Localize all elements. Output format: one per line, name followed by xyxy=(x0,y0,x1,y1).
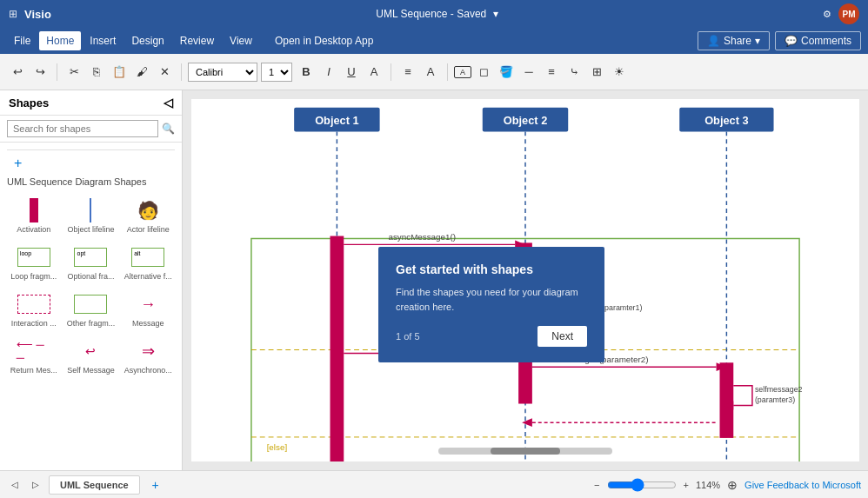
shapes-search-input[interactable] xyxy=(7,120,158,137)
title-dropdown-icon[interactable]: ▾ xyxy=(493,8,498,20)
nav-next-button[interactable]: ▷ xyxy=(28,477,43,493)
menu-home[interactable]: Home xyxy=(39,31,81,50)
cut-button[interactable]: ✂ xyxy=(63,62,84,83)
activation-shape-icon xyxy=(17,197,51,223)
shape-item-activation[interactable]: Activation xyxy=(7,194,61,237)
zoom-minus-button[interactable]: − xyxy=(594,480,599,490)
shapes-collapse-icon[interactable]: ◁ xyxy=(164,96,173,110)
shapes-header: Shapes ◁ xyxy=(0,90,182,116)
line-color-button[interactable]: ─ xyxy=(518,62,539,83)
format-painter-button[interactable]: 🖌 xyxy=(131,62,152,83)
fit-page-button[interactable]: ⊕ xyxy=(727,478,738,492)
user-avatar[interactable]: PM xyxy=(838,3,859,24)
undo-button[interactable]: ↩ xyxy=(7,62,28,83)
menu-insert[interactable]: Insert xyxy=(83,31,123,50)
loop-shape-icon: loop xyxy=(17,244,51,270)
status-right: − + 114% ⊕ Give Feedback to Microsoft xyxy=(594,478,861,492)
svg-text:Object 3: Object 3 xyxy=(704,114,749,127)
canvas-area[interactable]: Object 1 Object 2 Object 3 xyxy=(183,90,868,470)
fill-button[interactable]: 🪣 xyxy=(496,62,517,83)
app-name: Visio xyxy=(24,8,51,21)
status-bar: ◁ ▷ UML Sequence + − + 114% ⊕ Give Feedb… xyxy=(0,470,868,498)
shape-item-actor[interactable]: 🧑 Actor lifeline xyxy=(121,194,175,237)
popup-body: Find the shapes you need for your diagra… xyxy=(396,285,587,314)
shape-item-return[interactable]: ⟵ ─ ─ Return Mes... xyxy=(7,335,61,378)
other-shape-icon xyxy=(73,291,108,317)
align-group: ≡ A xyxy=(397,62,441,83)
add-tab-button[interactable]: + xyxy=(145,475,166,495)
actor-shape-icon: 🧑 xyxy=(130,197,165,223)
font-size-select[interactable]: 12 xyxy=(261,63,292,82)
paste-button[interactable]: 📋 xyxy=(109,62,130,83)
delete-button[interactable]: ✕ xyxy=(154,62,175,83)
toolbar-sep-3 xyxy=(391,63,391,81)
menu-design[interactable]: Design xyxy=(124,31,170,50)
shape-item-interaction[interactable]: Interaction ... xyxy=(7,288,61,331)
text-format-group: B I U A xyxy=(296,62,384,83)
bold-button[interactable]: B xyxy=(296,62,317,83)
shape-item-optional[interactable]: opt Optional fra... xyxy=(64,241,118,284)
horizontal-scrollbar[interactable] xyxy=(438,448,612,455)
feedback-label[interactable]: Give Feedback to Microsoft xyxy=(744,480,861,490)
menu-view[interactable]: View xyxy=(223,31,259,50)
copy-button[interactable]: ⎘ xyxy=(86,62,107,83)
zoom-percent: 114% xyxy=(696,480,720,490)
tab-uml-sequence[interactable]: UML Sequence xyxy=(49,475,140,495)
shapes-search-area: 🔍 xyxy=(0,116,182,143)
svg-rect-14 xyxy=(720,362,734,438)
loop-label: Loop fragm... xyxy=(10,272,57,281)
text-box-button[interactable]: A xyxy=(454,66,471,78)
undo-redo-group: ↩ ↪ xyxy=(7,62,50,83)
font-color-button[interactable]: A xyxy=(364,62,384,83)
comments-button[interactable]: 💬Comments xyxy=(775,31,861,50)
tooltip-popup: Get started with shapes Find the shapes … xyxy=(378,247,604,362)
other-label: Other fragm... xyxy=(67,319,116,328)
lifeline-label: Object lifeline xyxy=(67,225,114,234)
return-label: Return Mes... xyxy=(10,366,57,375)
shape-item-message[interactable]: → Message xyxy=(121,288,175,331)
add-shapes-button[interactable]: + xyxy=(7,149,175,176)
shape-item-alternative[interactable]: alt Alternative f... xyxy=(121,241,175,284)
font-family-select[interactable]: Calibri xyxy=(188,63,257,82)
svg-marker-33 xyxy=(522,418,532,427)
canvas[interactable]: Object 1 Object 2 Object 3 xyxy=(191,99,859,461)
shapes-category-label: UML Sequence Diagram Shapes xyxy=(7,176,175,187)
style-group: A ◻ 🪣 ─ ≡ ⤷ ⊞ ☀ xyxy=(454,62,630,83)
underline-button[interactable]: U xyxy=(341,62,362,83)
message-label: Message xyxy=(132,319,164,328)
redo-button[interactable]: ↪ xyxy=(30,62,50,83)
align-left-button[interactable]: ≡ xyxy=(397,62,418,83)
shape-item-other[interactable]: Other fragm... xyxy=(64,288,118,331)
effects-button[interactable]: ☀ xyxy=(609,62,630,83)
popup-step: 1 of 5 xyxy=(396,331,420,342)
line-weight-button[interactable]: ≡ xyxy=(541,62,562,83)
shape-item-async[interactable]: ⇒ Asynchrono... xyxy=(121,335,175,378)
text-size-button[interactable]: A xyxy=(420,62,441,83)
share-button[interactable]: 👤Share▾ xyxy=(698,31,770,50)
nav-prev-button[interactable]: ◁ xyxy=(7,477,23,493)
menu-file[interactable]: File xyxy=(7,31,37,50)
app-grid-icon[interactable]: ⊞ xyxy=(9,8,17,20)
scrollbar-thumb[interactable] xyxy=(491,448,560,455)
shape-item-selfmsg[interactable]: ↩ Self Message xyxy=(64,335,118,378)
settings-icon[interactable]: ⚙ xyxy=(823,9,831,20)
popup-next-button[interactable]: Next xyxy=(537,326,587,347)
shapes-panel: Shapes ◁ 🔍 + UML Sequence Diagram Shapes… xyxy=(0,90,183,470)
alternative-label: Alternative f... xyxy=(124,272,172,281)
arrange-button[interactable]: ⊞ xyxy=(586,62,607,83)
zoom-plus-button[interactable]: + xyxy=(684,480,689,490)
search-icon[interactable]: 🔍 xyxy=(162,123,175,135)
async-shape-icon: ⇒ xyxy=(130,338,165,364)
connector-button[interactable]: ⤷ xyxy=(564,62,584,83)
open-desktop-link[interactable]: Open in Desktop App xyxy=(275,35,373,47)
title-actions: ⚙ PM xyxy=(823,3,859,24)
lifeline-shape-icon xyxy=(73,197,108,223)
shapes-title: Shapes xyxy=(9,96,49,110)
shape-item-loop[interactable]: loop Loop fragm... xyxy=(7,241,61,284)
italic-button[interactable]: I xyxy=(318,62,339,83)
zoom-slider[interactable] xyxy=(607,478,677,492)
optional-shape-icon: opt xyxy=(73,244,108,270)
shape-item-lifeline[interactable]: Object lifeline xyxy=(64,194,118,237)
shape-button[interactable]: ◻ xyxy=(473,62,494,83)
menu-review[interactable]: Review xyxy=(173,31,221,50)
